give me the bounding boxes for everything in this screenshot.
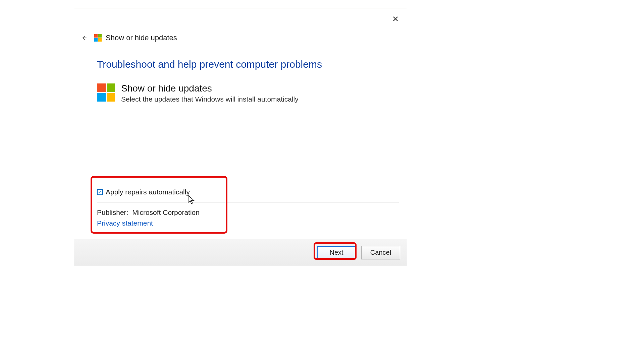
wizard-header: Show or hide updates — [79, 33, 401, 43]
item-description: Select the updates that Windows will ins… — [121, 95, 299, 103]
lower-info-block: ✓ Apply repairs automatically Publisher:… — [97, 188, 399, 227]
publisher-label: Publisher: — [97, 208, 128, 216]
wizard-footer: Next Cancel — [74, 239, 407, 266]
separator — [97, 202, 399, 202]
next-button[interactable]: Next — [317, 246, 356, 259]
page-title: Troubleshoot and help prevent computer p… — [97, 59, 393, 70]
publisher-value: Microsoft Corporation — [132, 208, 200, 216]
windows-logo-icon — [94, 34, 102, 42]
close-icon[interactable]: ✕ — [390, 14, 401, 24]
troubleshooter-item: Show or hide updates Select the updates … — [97, 83, 393, 103]
apply-repairs-checkbox[interactable]: ✓ — [97, 189, 103, 195]
item-title: Show or hide updates — [121, 83, 299, 94]
stage: ✕ Show or hide updates Troubleshoot and … — [0, 0, 644, 362]
windows-logo-icon — [97, 83, 115, 102]
cancel-button[interactable]: Cancel — [361, 246, 400, 259]
wizard-name: Show or hide updates — [106, 34, 177, 42]
privacy-statement-link[interactable]: Privacy statement — [97, 219, 153, 227]
troubleshooter-wizard-window: ✕ Show or hide updates Troubleshoot and … — [74, 8, 407, 266]
publisher-line: Publisher: Microsoft Corporation — [97, 208, 399, 217]
apply-repairs-label: Apply repairs automatically — [106, 188, 190, 196]
auto-repair-row: ✓ Apply repairs automatically — [97, 188, 399, 196]
wizard-content: Troubleshoot and help prevent computer p… — [97, 59, 393, 103]
back-arrow-icon[interactable] — [79, 33, 89, 43]
